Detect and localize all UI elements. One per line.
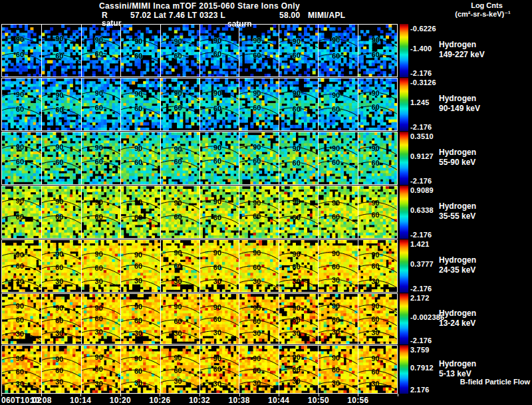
energy-label-hydrogen-35-55: 35-55 keV [439, 211, 475, 221]
energy-label-hydrogen-55-90: 55-90 keV [439, 158, 475, 167]
colorbar-mid-hydrogen-90-149: 1.245 [410, 98, 430, 106]
colorbar-min-hydrogen-90-149: -2.176 [410, 123, 432, 131]
heatmap-canvas-hydrogen-90-149 [2, 78, 397, 130]
axis-tick [398, 394, 398, 396]
colorbar-mid-hydrogen-55-90: 0.9127 [410, 152, 434, 160]
species-label-hydrogen-5-13: Hydrogen [439, 359, 476, 368]
colorbar-mid-hydrogen-35-55: 0.6338 [410, 206, 434, 214]
colorbar-hydrogen-5-13 [400, 345, 408, 394]
colorbar-mid-hydrogen-5-13: 0.7912 [410, 364, 434, 372]
colorbar-title-line2: (cm²-sr-s-keV)⁻¹ [432, 10, 532, 19]
panel-hydrogen-35-55 [1, 186, 398, 239]
agency-label: MIMI/APL [308, 11, 345, 20]
r-lat-lt-values: 57.02 Lat 7.46 LT 0323 L [130, 11, 225, 20]
axis-tick [120, 394, 121, 396]
l-shell-value: 58.00 [279, 11, 301, 20]
colorbar-min-hydrogen-13-24: -2.176 [410, 337, 432, 344]
heatmap-canvas-hydrogen-35-55 [2, 186, 397, 238]
bfield-particle-flow-label: B-field Particle Flow [460, 378, 530, 386]
energy-label-hydrogen-13-24: 13-24 keV [439, 319, 475, 328]
heatmap-canvas-hydrogen-149-227 [2, 25, 397, 76]
time-tick-label-5: 10:32 [181, 396, 218, 405]
colorbar-hydrogen-13-24 [400, 293, 408, 344]
colorbar-min-hydrogen-35-55: -2.176 [410, 231, 432, 239]
colorbar-max-hydrogen-5-13: 3.759 [410, 346, 430, 354]
heatmap-canvas-hydrogen-55-90 [2, 132, 397, 184]
axis-tick [200, 394, 200, 396]
colorbar-min-hydrogen-149-227: -2.176 [410, 69, 432, 77]
time-tick-label-8: 10:50 [300, 396, 337, 405]
heatmap-canvas-hydrogen-5-13 [2, 346, 397, 393]
colorbar-max-hydrogen-55-90: 0.3510 [410, 132, 434, 140]
colorbar-max-hydrogen-35-55: 0.9089 [410, 186, 434, 194]
axis-tick [80, 394, 81, 396]
panel-hydrogen-13-24 [1, 293, 398, 344]
cassini-mimi-inca-plot: Cassini/MIMI Inca mTOF 2015-060 Stare Io… [0, 0, 532, 405]
axis-tick [239, 394, 240, 396]
plot-title: Cassini/MIMI Inca mTOF 2015-060 Stare Io… [0, 1, 399, 11]
panel-hydrogen-90-149 [1, 78, 398, 131]
panel-hydrogen-5-13 [1, 345, 398, 394]
colorbar-max-hydrogen-149-227: -0.6226 [410, 25, 436, 33]
colorbar-min-hydrogen-55-90: -2.176 [410, 177, 432, 185]
colorbar-max-hydrogen-90-149: -0.3126 [410, 78, 436, 86]
heatmap-canvas-hydrogen-13-24 [2, 294, 397, 344]
colorbar-title-line1: Log Cnts [440, 1, 532, 9]
species-label-hydrogen-55-90: Hydrogen [439, 148, 476, 157]
axis-tick [1, 394, 2, 396]
colorbar-hydrogen-35-55 [400, 186, 408, 239]
axis-tick [358, 394, 358, 396]
panel-hydrogen-24-35 [1, 239, 398, 293]
panel-hydrogen-149-227 [1, 24, 398, 77]
species-label-hydrogen-13-24: Hydrogen [439, 309, 476, 318]
energy-label-hydrogen-5-13: 5-13 keV [439, 369, 471, 378]
time-tick-label-6: 10:38 [221, 396, 258, 405]
heatmap-canvas-hydrogen-24-35 [2, 240, 397, 292]
satur-direction-label: satur [102, 19, 121, 28]
colorbar-min-hydrogen-24-35: -2.176 [410, 285, 432, 293]
species-label-hydrogen-149-227: Hydrogen [439, 40, 476, 49]
colorbar-hydrogen-149-227 [400, 24, 408, 77]
colorbar-hydrogen-24-35 [400, 239, 408, 293]
saturn-direction-label: saturn [227, 19, 252, 29]
colorbar-max-hydrogen-13-24: 2.172 [410, 294, 430, 302]
colorbar-mid-hydrogen-24-35: 0.3777 [410, 260, 434, 268]
energy-label-hydrogen-90-149: 90-149 keV [439, 104, 480, 113]
colorbar-mid-hydrogen-149-227: -1.400 [410, 45, 432, 53]
colorbar-hydrogen-90-149 [400, 78, 408, 131]
time-tick-label-7: 10:44 [260, 396, 297, 405]
colorbar-max-hydrogen-24-35: 1.421 [410, 240, 430, 248]
species-label-hydrogen-35-55: Hydrogen [439, 202, 476, 211]
energy-label-hydrogen-149-227: 149-227 keV [439, 50, 485, 59]
colorbar-hydrogen-55-90 [400, 132, 408, 185]
colorbar-min-hydrogen-5-13: 2.176 [410, 386, 430, 394]
energy-label-hydrogen-24-35: 24-35 keV [439, 265, 475, 275]
panel-hydrogen-55-90 [1, 132, 398, 185]
axis-tick [160, 394, 160, 396]
time-tick-label-2: 10:14 [62, 396, 99, 405]
time-tick-label-9: 10:56 [339, 396, 376, 405]
species-label-hydrogen-24-35: Hydrogen [439, 255, 476, 265]
axis-tick [279, 394, 279, 396]
time-tick-label-1: 10:08 [23, 396, 60, 405]
axis-tick [319, 394, 319, 396]
time-tick-label-4: 10:26 [141, 396, 178, 405]
species-label-hydrogen-90-149: Hydrogen [439, 94, 476, 103]
time-tick-label-3: 10:20 [102, 396, 139, 405]
axis-tick [41, 394, 42, 396]
